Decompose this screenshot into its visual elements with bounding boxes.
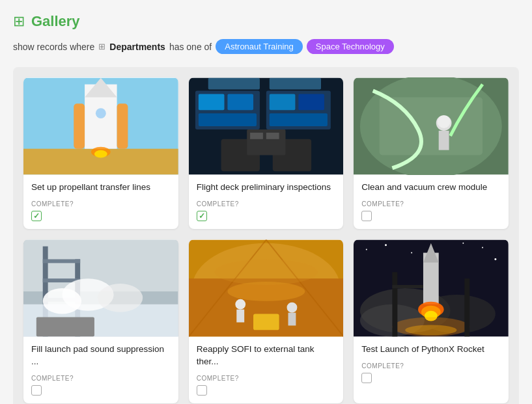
card-1-field-label: COMPLETE?	[31, 200, 171, 208]
card-5-image	[189, 239, 344, 337]
card-1-body: Set up propellant transfer lines COMPLET…	[23, 175, 178, 229]
card-5-title: Reapply SOFI to external tank ther...	[197, 343, 336, 368]
card-5-body: Reapply SOFI to external tank ther... CO…	[189, 337, 344, 403]
tag-space-technology[interactable]: Space Technology	[307, 39, 394, 54]
card-6-title: Test Launch of PythonX Rocket	[361, 343, 501, 356]
card-5-checkbox[interactable]	[197, 385, 207, 396]
card-1: Set up propellant transfer lines COMPLET…	[23, 77, 178, 229]
card-2-checkbox[interactable]	[197, 211, 207, 221]
svg-rect-17	[269, 113, 327, 126]
svg-rect-51	[288, 313, 296, 326]
svg-rect-22	[266, 133, 279, 139]
svg-point-41	[98, 284, 143, 312]
card-4: Fill launch pad sound suppression ... CO…	[23, 239, 178, 403]
svg-point-57	[385, 244, 387, 246]
svg-rect-16	[199, 113, 257, 126]
card-2-field-label: COMPLETE?	[197, 200, 336, 208]
card-5: Reapply SOFI to external tank ther... CO…	[189, 239, 344, 403]
svg-rect-23	[208, 78, 259, 90]
card-1-image	[23, 77, 178, 175]
svg-rect-49	[236, 310, 244, 323]
card-3-field-label: COMPLETE?	[361, 200, 501, 208]
card-4-title: Fill launch pad sound suppression ...	[31, 343, 171, 368]
svg-rect-21	[250, 133, 263, 139]
svg-point-6	[96, 108, 106, 118]
card-4-checkbox[interactable]	[31, 385, 42, 396]
svg-point-61	[463, 243, 464, 244]
svg-rect-72	[393, 272, 398, 336]
card-2-image	[189, 77, 344, 175]
dept-label: Departments	[109, 42, 165, 52]
card-3-image	[354, 77, 509, 175]
svg-rect-14	[269, 94, 295, 110]
svg-point-8	[94, 150, 107, 158]
card-3-title: Clean and vacuum crew module	[361, 182, 501, 194]
svg-point-53	[214, 259, 317, 285]
card-5-field-label: COMPLETE?	[197, 375, 336, 382]
card-2-body: Flight deck preliminary inspections COMP…	[189, 175, 344, 229]
svg-rect-13	[227, 94, 253, 110]
filter-prefix: show records where	[13, 42, 94, 52]
card-6-body: Test Launch of PythonX Rocket COMPLETE?	[354, 337, 509, 391]
svg-point-60	[495, 258, 497, 260]
card-6-field-label: COMPLETE?	[361, 362, 501, 370]
card-6: Test Launch of PythonX Rocket COMPLETE?	[354, 239, 509, 403]
svg-rect-4	[74, 103, 85, 148]
card-4-checkbox-wrapper	[31, 385, 171, 396]
svg-rect-24	[269, 78, 320, 90]
svg-point-48	[235, 299, 245, 310]
svg-rect-54	[253, 314, 279, 330]
card-1-checkbox[interactable]	[31, 211, 42, 221]
filter-bar: show records where ⊞ Departments has one…	[13, 39, 519, 54]
card-1-checkbox-wrapper	[31, 211, 171, 221]
gallery-grid: Set up propellant transfer lines COMPLET…	[13, 67, 519, 404]
svg-rect-29	[439, 131, 449, 150]
svg-point-56	[366, 249, 367, 250]
svg-rect-42	[36, 317, 94, 336]
card-3: Clean and vacuum crew module COMPLETE?	[354, 77, 509, 229]
card-2-title: Flight deck preliminary inspections	[197, 182, 336, 194]
card-2-checkbox-wrapper	[197, 211, 336, 221]
card-6-checkbox-wrapper	[361, 373, 501, 383]
svg-point-30	[438, 115, 451, 128]
svg-rect-15	[298, 94, 324, 110]
card-2: Flight deck preliminary inspections COMP…	[189, 77, 344, 229]
svg-rect-74	[393, 285, 424, 288]
card-6-checkbox[interactable]	[361, 373, 372, 383]
svg-point-59	[482, 247, 483, 249]
svg-rect-12	[199, 94, 225, 110]
card-5-checkbox-wrapper	[197, 385, 336, 396]
card-4-image	[23, 239, 178, 337]
card-3-checkbox-wrapper	[361, 211, 501, 221]
svg-rect-73	[465, 278, 470, 336]
svg-point-58	[411, 252, 412, 253]
card-4-body: Fill launch pad sound suppression ... CO…	[23, 337, 178, 403]
tag-astronaut-training[interactable]: Astronaut Training	[216, 39, 303, 54]
page-header: ⊞ Gallery	[13, 13, 519, 30]
svg-point-71	[406, 325, 457, 335]
card-3-checkbox[interactable]	[361, 211, 372, 221]
page-title: Gallery	[31, 13, 80, 30]
card-4-field-label: COMPLETE?	[31, 375, 171, 382]
svg-point-50	[287, 303, 297, 313]
card-3-body: Clean and vacuum crew module COMPLETE?	[354, 175, 509, 229]
svg-rect-5	[117, 103, 128, 148]
dept-icon: ⊞	[98, 42, 105, 51]
card-6-image	[354, 239, 509, 337]
filter-middle: has one of	[169, 42, 212, 52]
gallery-icon: ⊞	[13, 13, 25, 30]
svg-rect-35	[43, 259, 80, 263]
card-1-title: Set up propellant transfer lines	[31, 182, 171, 194]
